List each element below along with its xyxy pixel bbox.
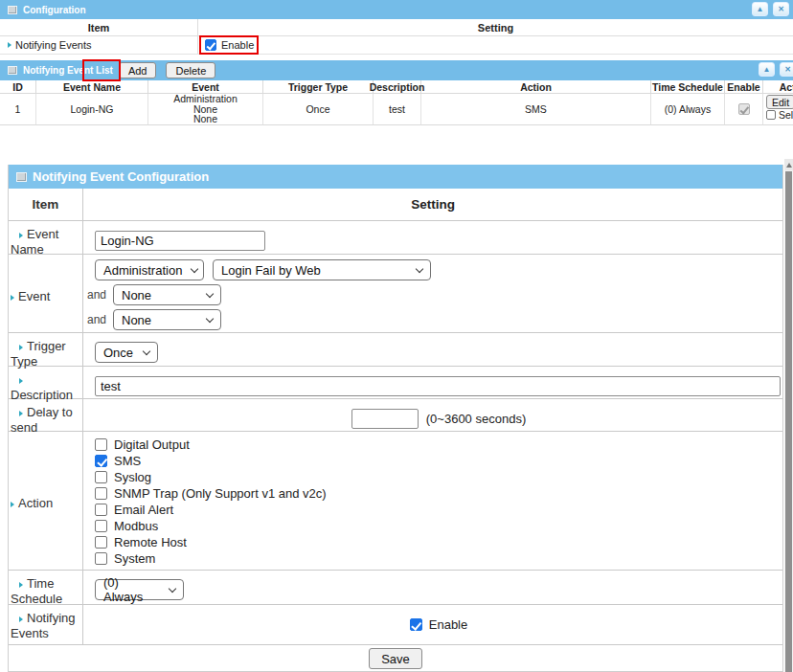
action-syslog-checkbox[interactable]	[95, 471, 107, 483]
minimize-icon: ▲	[757, 5, 764, 13]
table-row: Notifying Events Enable	[0, 36, 793, 55]
action-snmp-trap-checkbox[interactable]	[95, 487, 107, 500]
action-label: Action	[9, 432, 83, 571]
cell-action: SMS	[421, 94, 651, 125]
panel-title: Notifying Event List	[23, 65, 113, 76]
chevron-down-icon	[206, 289, 214, 297]
add-button[interactable]: Add	[119, 62, 157, 78]
cell-enable	[725, 94, 763, 125]
event-and-select-1[interactable]: None	[113, 284, 221, 305]
close-icon: ✕	[778, 5, 784, 13]
action-remote-host-checkbox[interactable]	[95, 536, 107, 549]
col-enable: Enable	[725, 80, 763, 94]
panel-icon	[16, 172, 27, 182]
row-enable-checkbox	[738, 103, 750, 115]
action-digital-output-checkbox[interactable]	[95, 438, 107, 451]
bullet-arrow-icon	[11, 295, 14, 301]
and-label: and	[87, 313, 108, 326]
event-name-input[interactable]	[95, 231, 265, 251]
and-label: and	[87, 288, 108, 302]
column-header-item: Item	[0, 19, 198, 35]
time-schedule-label: Time Schedule	[9, 571, 83, 609]
cell-time-schedule: (0) Always	[651, 94, 725, 125]
column-header-setting: Setting	[198, 19, 793, 35]
col-action: Action	[421, 80, 651, 94]
delay-hint: (0~3600 seconds)	[426, 412, 526, 426]
event-type-select[interactable]: Login Fail by Web	[213, 259, 431, 280]
delay-input[interactable]	[351, 409, 419, 429]
vertical-scrollbar[interactable]	[784, 159, 793, 672]
action-modbus-checkbox[interactable]	[95, 520, 107, 532]
select-label: Select	[779, 110, 793, 121]
column-header-item: Item	[9, 189, 83, 220]
close-button[interactable]: ✕	[780, 62, 793, 77]
bullet-arrow-icon	[19, 345, 23, 350]
configuration-panel: Configuration ▲ ✕ Item Setting Notifying…	[0, 0, 793, 56]
action-sms-checkbox[interactable]	[95, 455, 107, 467]
event-category-select[interactable]: Administration	[95, 259, 204, 280]
scroll-up-button[interactable]	[784, 159, 793, 170]
chevron-down-icon	[416, 264, 423, 272]
event-name-label: Event Name	[9, 221, 83, 259]
bullet-arrow-icon	[19, 616, 23, 622]
col-id: ID	[0, 80, 36, 94]
row-label: Notifying Events	[0, 36, 198, 54]
event-list-panel: Notifying Event List Add Delete ▲ ✕ ID E…	[0, 60, 793, 126]
event-label: Event	[9, 255, 83, 335]
minimize-icon: ▲	[763, 65, 771, 74]
minimize-button[interactable]: ▲	[759, 62, 775, 77]
cell-id: 1	[0, 94, 36, 125]
cell-description: test	[374, 94, 421, 125]
configuration-titlebar: Configuration ▲ ✕	[0, 0, 793, 19]
delete-button[interactable]: Delete	[166, 62, 215, 78]
chevron-down-icon	[143, 347, 150, 354]
chevron-down-icon	[191, 264, 198, 272]
bullet-arrow-icon	[19, 233, 23, 238]
enable-label: Enable	[221, 39, 254, 51]
panel-title: Configuration	[23, 5, 86, 15]
edit-button[interactable]: Edit	[766, 95, 793, 109]
scrollbar-thumb[interactable]	[785, 171, 792, 672]
bullet-arrow-icon	[19, 378, 23, 384]
col-event-name: Event Name	[36, 80, 148, 94]
cell-actions: Edit Select	[763, 94, 793, 125]
panel-icon	[8, 66, 17, 75]
col-description: Description	[374, 80, 421, 94]
bullet-arrow-icon	[19, 411, 23, 416]
bullet-arrow-icon	[19, 582, 23, 588]
save-button[interactable]: Save	[369, 648, 422, 669]
enable-label: Enable	[429, 617, 467, 632]
minimize-button[interactable]: ▲	[752, 2, 768, 16]
panel-title: Notifying Event Configuration	[33, 169, 209, 184]
close-icon: ✕	[784, 65, 791, 74]
notifying-events-label: Notifying Events	[9, 605, 83, 644]
notifying-events-enable-checkbox[interactable]	[410, 618, 422, 631]
row-select-checkbox[interactable]	[766, 110, 776, 120]
time-schedule-select[interactable]: (0) Always	[95, 579, 184, 600]
event-config-titlebar: Notifying Event Configuration	[9, 165, 782, 189]
cell-event: Administration None None	[148, 94, 263, 125]
description-input[interactable]	[95, 376, 781, 396]
action-system-checkbox[interactable]	[95, 552, 107, 565]
trigger-type-label: Trigger Type	[9, 333, 83, 371]
cell-event-name: Login-NG	[36, 94, 148, 125]
panel-icon	[8, 6, 17, 14]
event-and-select-2[interactable]: None	[113, 309, 221, 330]
close-button[interactable]: ✕	[773, 2, 789, 16]
action-email-alert-checkbox[interactable]	[95, 504, 107, 516]
column-header-setting: Setting	[83, 189, 782, 220]
bullet-arrow-icon	[11, 502, 14, 507]
chevron-down-icon	[206, 314, 214, 322]
col-trigger-type: Trigger Type	[263, 80, 374, 94]
save-row: Save	[9, 645, 782, 672]
notifying-events-checkbox[interactable]	[205, 39, 216, 51]
cell-trigger-type: Once	[263, 94, 374, 125]
col-actions: Actions	[763, 80, 793, 94]
col-event: Event	[148, 80, 263, 94]
scroll-up-arrow-icon	[786, 163, 792, 168]
trigger-type-select[interactable]: Once	[95, 342, 158, 363]
event-config-panel: Notifying Event Configuration Item Setti…	[8, 165, 783, 672]
bullet-arrow-icon	[8, 42, 11, 48]
chevron-down-icon	[169, 584, 176, 592]
col-time-schedule: Time Schedule	[651, 80, 725, 94]
